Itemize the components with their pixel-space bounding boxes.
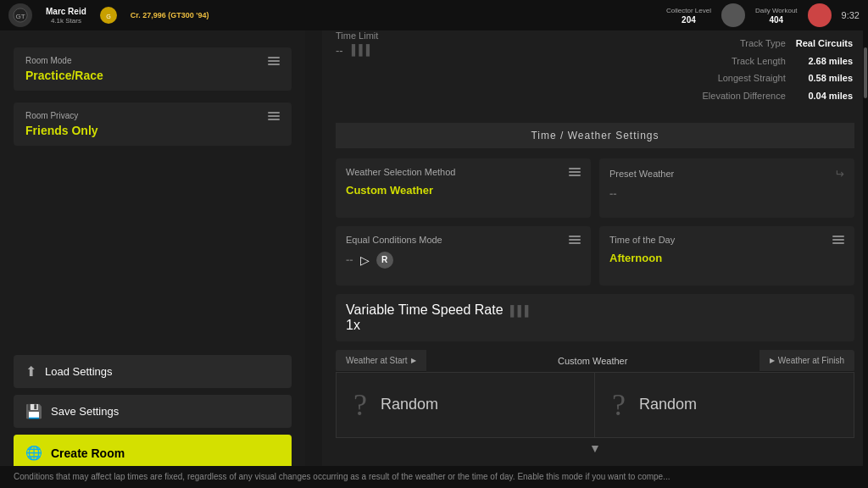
weather-selection-label: Weather Selection Method: [346, 167, 455, 177]
save-settings-button[interactable]: 💾 Save Settings: [14, 395, 292, 428]
time-of-day-tile[interactable]: Time of the Day Afternoon: [599, 226, 854, 286]
equal-conditions-header: Equal Conditions Mode: [346, 235, 581, 245]
cursor-indicator: ▷: [360, 253, 370, 267]
weather-selection-value: Custom Weather: [346, 184, 581, 197]
room-mode-card[interactable]: Room Mode Practice/Race: [14, 47, 292, 91]
time-limit-value: --: [336, 44, 343, 57]
top-bar-right: Collector Level 204 Daily Workout 404 9:…: [666, 3, 860, 27]
equal-conditions-label: Equal Conditions Mode: [346, 235, 442, 245]
variable-time-value: 1x: [346, 318, 844, 333]
right-panel-scroll[interactable]: ▲ Time Limit -- ▐▐▐ Track Type Real Circ…: [322, 0, 868, 488]
left-bottom-buttons: ⬆ Load Settings 💾 Save Settings 🌐 Create…: [14, 355, 292, 471]
bottom-bar: Conditions that may affect lap times are…: [0, 466, 868, 488]
weather-card-end[interactable]: ? Random: [595, 373, 854, 437]
top-bar: GT Marc Reid 4.1k Stars G Cr. 27,996 (GT…: [0, 0, 868, 30]
bottom-bar-text: Conditions that may affect lap times are…: [14, 472, 670, 481]
avatar-2: [808, 3, 832, 27]
track-type-label: Track Type: [703, 36, 794, 52]
room-privacy-value: Friends Only: [25, 124, 280, 137]
load-settings-label: Load Settings: [45, 365, 113, 378]
weather-bar: Weather at Start ▶ Custom Weather ▶ Weat…: [336, 350, 854, 372]
longest-straight-value: 0.58 miles: [796, 70, 853, 86]
weather-selection-menu-icon[interactable]: [569, 168, 581, 176]
preset-weather-header: Preset Weather ↵: [609, 167, 844, 180]
elevation-diff-label: Elevation Difference: [703, 88, 794, 104]
save-settings-label: Save Settings: [51, 405, 119, 418]
time-of-day-value: Afternoon: [609, 252, 844, 264]
weather-card-start-label: Random: [381, 396, 438, 413]
track-type-value: Real Circuits: [796, 36, 853, 52]
collector-level: Collector Level 204: [666, 7, 711, 25]
time-of-day-label: Time of the Day: [609, 235, 675, 245]
room-privacy-card[interactable]: Room Privacy Friends Only: [14, 103, 292, 146]
enter-icon: ↵: [834, 167, 844, 180]
time-limit-label: Time Limit: [336, 30, 378, 41]
svg-text:GT: GT: [15, 13, 25, 20]
equal-conditions-tile[interactable]: Equal Conditions Mode -- ▷ R: [336, 226, 591, 286]
user-info: Marc Reid 4.1k Stars: [46, 7, 86, 25]
play-icon: ▶: [411, 357, 416, 364]
variable-time-label: Variable Time Speed Rate: [346, 302, 504, 317]
daily-workout: Daily Workout 404: [755, 7, 798, 25]
weather-section-header: Time / Weather Settings: [336, 123, 854, 148]
weather-bar-center: Custom Weather: [426, 350, 760, 372]
time-of-day-menu-icon[interactable]: [832, 236, 844, 244]
weather-bar-end[interactable]: ▶ Weather at Finish: [760, 350, 854, 371]
track-length-value: 2.68 miles: [796, 53, 853, 69]
preset-weather-label: Preset Weather: [609, 169, 674, 179]
track-info: Track Type Real Circuits Track Length 2.…: [701, 30, 855, 116]
play-icon-2: ▶: [770, 357, 775, 364]
weather-cards: ? Random ? Random: [336, 372, 854, 438]
room-mode-label-row: Room Mode: [25, 56, 280, 65]
room-privacy-label: Room Privacy: [25, 111, 78, 120]
longest-straight-label: Longest Straight: [703, 70, 794, 86]
r-badge: R: [376, 252, 393, 269]
credits-info: Cr. 27,996 (GT300 '94): [131, 11, 209, 19]
weather-card-end-label: Random: [639, 396, 697, 413]
coin-icon: G: [100, 7, 117, 24]
room-privacy-label-row: Room Privacy: [25, 111, 280, 120]
weather-end-label: Weather at Finish: [778, 356, 844, 365]
scroll-indicator[interactable]: [863, 30, 868, 488]
track-length-label: Track Length: [703, 53, 794, 69]
variable-time-header: Variable Time Speed Rate ▐▐▐: [346, 302, 844, 318]
room-mode-label: Room Mode: [25, 56, 71, 65]
scroll-thumb[interactable]: [864, 47, 867, 98]
preset-weather-value: --: [609, 187, 844, 200]
globe-icon: 🌐: [25, 445, 42, 461]
preset-weather-tile[interactable]: Preset Weather ↵ --: [599, 158, 854, 218]
question-mark-icon-2: ?: [612, 390, 626, 420]
load-icon: ⬆: [25, 363, 36, 380]
elevation-diff-value: 0.04 miles: [796, 88, 853, 104]
app-logo: GT: [8, 3, 32, 27]
svg-text:G: G: [106, 13, 111, 20]
variable-time-tile[interactable]: Variable Time Speed Rate ▐▐▐ 1x: [336, 294, 854, 341]
avatar: [721, 3, 745, 27]
load-settings-button[interactable]: ⬆ Load Settings: [14, 355, 292, 388]
clock: 9:32: [842, 10, 860, 20]
weather-selection-header: Weather Selection Method: [346, 167, 581, 177]
room-privacy-menu-icon[interactable]: [268, 112, 280, 120]
save-icon: 💾: [25, 403, 42, 419]
room-mode-menu-icon[interactable]: [268, 57, 280, 65]
signal-icon-2: ▐▐▐: [507, 305, 529, 317]
chevron-down-button[interactable]: ▼: [336, 438, 854, 458]
settings-grid-1: Weather Selection Method Custom Weather …: [336, 158, 854, 218]
weather-card-start[interactable]: ? Random: [337, 373, 595, 437]
left-panel: Room Mode Practice/Race Room Privacy Fri…: [0, 30, 305, 488]
weather-bar-start[interactable]: Weather at Start ▶: [336, 350, 426, 371]
weather-selection-tile[interactable]: Weather Selection Method Custom Weather: [336, 158, 591, 218]
settings-grid-2: Equal Conditions Mode -- ▷ R Time of the…: [336, 226, 854, 286]
time-of-day-header: Time of the Day: [609, 235, 844, 245]
room-mode-value: Practice/Race: [25, 69, 280, 82]
equal-conditions-menu-icon[interactable]: [569, 236, 581, 244]
question-mark-icon-1: ?: [353, 390, 367, 420]
equal-conditions-value: --: [346, 253, 353, 266]
create-room-label: Create Room: [51, 446, 125, 460]
weather-start-label: Weather at Start: [346, 356, 408, 365]
time-limit-section: Time Limit -- ▐▐▐: [336, 30, 378, 57]
right-panel: ▲ Time Limit -- ▐▐▐ Track Type Real Circ…: [322, 0, 868, 488]
signal-icon: ▐▐▐: [348, 44, 370, 56]
